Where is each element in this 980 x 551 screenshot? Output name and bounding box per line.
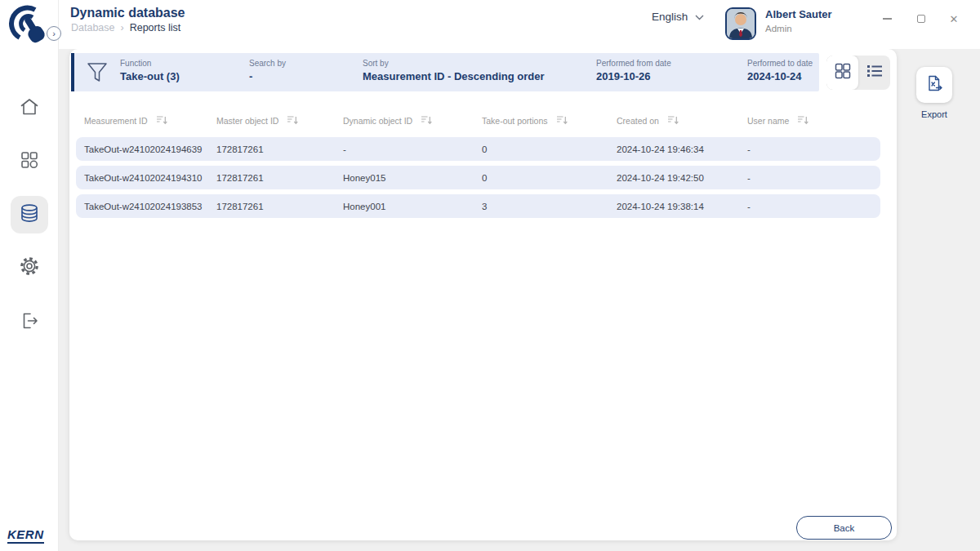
filter-funnel-icon [85, 60, 109, 88]
cell-user-name: - [747, 173, 880, 183]
filter-to-date-value: 2024-10-24 [747, 70, 813, 82]
sort-filter-icon[interactable] [421, 115, 432, 127]
top-header: Dynamic database Database›Reports list E… [0, 0, 980, 49]
logout-icon [20, 311, 39, 334]
breadcrumb: Database›Reports list [71, 22, 180, 33]
filter-function-label: Function [120, 59, 180, 68]
cell-created-on: 2024-10-24 19:46:34 [617, 144, 747, 154]
cell-takeout-portions: 3 [482, 202, 617, 211]
filter-from-date-value: 2019-10-26 [596, 70, 671, 82]
column-header: Master object ID [216, 116, 278, 126]
sort-filter-icon[interactable] [156, 115, 167, 127]
column-header: Created on [617, 116, 659, 126]
sidebar-item-home[interactable] [11, 90, 48, 127]
filter-function[interactable]: Function Take-out (3) [120, 59, 180, 82]
cell-dynamic-object-id: - [343, 144, 482, 154]
column-header: Take-out portions [482, 116, 548, 126]
user-role: Admin [765, 24, 792, 33]
main-panel: Function Take-out (3) Search by - Sort b… [69, 49, 897, 540]
export-label: Export [915, 109, 954, 119]
sidebar-expand-button[interactable]: › [47, 26, 61, 41]
list-view-icon [866, 63, 884, 82]
table-body: TakeOut-w24102024194639 172817261 - 0 20… [76, 137, 880, 223]
cell-measurement-id: TakeOut-w24102024194639 [84, 144, 216, 154]
cell-created-on: 2024-10-24 19:38:14 [617, 202, 747, 211]
list-view-button[interactable] [858, 56, 890, 90]
filter-summary-bar: Function Take-out (3) Search by - Sort b… [71, 53, 819, 91]
cell-master-object-id: 172817261 [216, 173, 343, 183]
sort-filter-icon[interactable] [287, 115, 298, 127]
filter-sort-by[interactable]: Sort by Measurement ID - Descending orde… [363, 59, 545, 82]
sidebar-item-logout[interactable] [11, 304, 48, 341]
filter-from-date-label: Performed from date [596, 59, 671, 68]
avatar[interactable] [725, 7, 756, 40]
column-header: Dynamic object ID [343, 116, 412, 126]
breadcrumb-current: Reports list [130, 22, 181, 33]
table-row[interactable]: TakeOut-w24102024194310 172817261 Honey0… [76, 166, 880, 189]
sort-filter-icon[interactable] [667, 115, 679, 127]
minimize-button[interactable] [879, 11, 895, 27]
filter-search-by[interactable]: Search by - [249, 59, 286, 82]
export-button[interactable] [916, 67, 952, 103]
maximize-button[interactable] [913, 11, 929, 27]
column-header: User name [747, 116, 789, 126]
filter-to-date-label: Performed to date [747, 59, 813, 68]
breadcrumb-parent[interactable]: Database [71, 22, 115, 33]
sidebar-item-settings[interactable] [11, 249, 48, 287]
minimize-icon [883, 18, 892, 20]
filter-function-value: Take-out (3) [120, 70, 180, 82]
view-toggle [826, 56, 890, 90]
excel-export-icon [924, 73, 944, 96]
sidebar: KERN [0, 0, 59, 551]
cell-master-object-id: 172817261 [216, 202, 343, 211]
app-window: Dynamic database Database›Reports list E… [0, 0, 980, 551]
database-icon [19, 202, 40, 227]
cell-user-name: - [747, 144, 880, 154]
apps-grid-icon [20, 150, 39, 173]
cell-master-object-id: 172817261 [216, 144, 343, 154]
export-control: Export [915, 67, 954, 119]
cell-dynamic-object-id: Honey015 [343, 173, 482, 183]
breadcrumb-separator-icon: › [121, 22, 124, 33]
kern-logo: KERN [7, 527, 44, 544]
sidebar-item-database[interactable] [11, 196, 48, 233]
filter-sort-by-value: Measurement ID - Descending order [363, 70, 545, 82]
language-selector[interactable]: English [652, 11, 704, 23]
table-row[interactable]: TakeOut-w24102024194639 172817261 - 0 20… [76, 137, 880, 161]
close-button[interactable]: ✕ [946, 11, 962, 27]
chevron-down-icon [695, 11, 704, 23]
language-label: English [652, 11, 688, 23]
filter-from-date[interactable]: Performed from date 2019-10-26 [596, 59, 671, 82]
grid-view-button[interactable] [826, 56, 858, 90]
cell-user-name: - [747, 202, 880, 211]
filter-to-date[interactable]: Performed to date 2024-10-24 [747, 59, 813, 82]
cell-dynamic-object-id: Honey001 [343, 202, 482, 211]
cell-takeout-portions: 0 [482, 173, 617, 183]
cell-takeout-portions: 0 [482, 144, 617, 154]
filter-sort-by-label: Sort by [363, 59, 545, 68]
sort-filter-icon[interactable] [556, 115, 568, 127]
home-icon [19, 96, 40, 121]
table-row[interactable]: TakeOut-w24102024193853 172817261 Honey0… [76, 194, 880, 218]
column-header: Measurement ID [84, 116, 148, 126]
cell-measurement-id: TakeOut-w24102024193853 [84, 202, 216, 211]
user-name: Albert Sauter [765, 8, 832, 20]
sort-filter-icon[interactable] [797, 115, 808, 127]
table-header: Measurement ID Master object ID Dynamic … [76, 115, 880, 127]
maximize-icon [917, 15, 925, 23]
filter-search-by-value: - [249, 70, 286, 82]
grid-view-icon [834, 62, 852, 83]
gear-icon [19, 256, 40, 280]
cell-created-on: 2024-10-24 19:42:50 [617, 173, 747, 183]
page-title: Dynamic database [70, 6, 185, 20]
sidebar-item-functions[interactable] [11, 143, 48, 180]
back-button[interactable]: Back [796, 516, 892, 540]
app-logo-icon [8, 4, 49, 51]
filter-search-by-label: Search by [249, 59, 286, 68]
cell-measurement-id: TakeOut-w24102024194310 [84, 173, 216, 183]
